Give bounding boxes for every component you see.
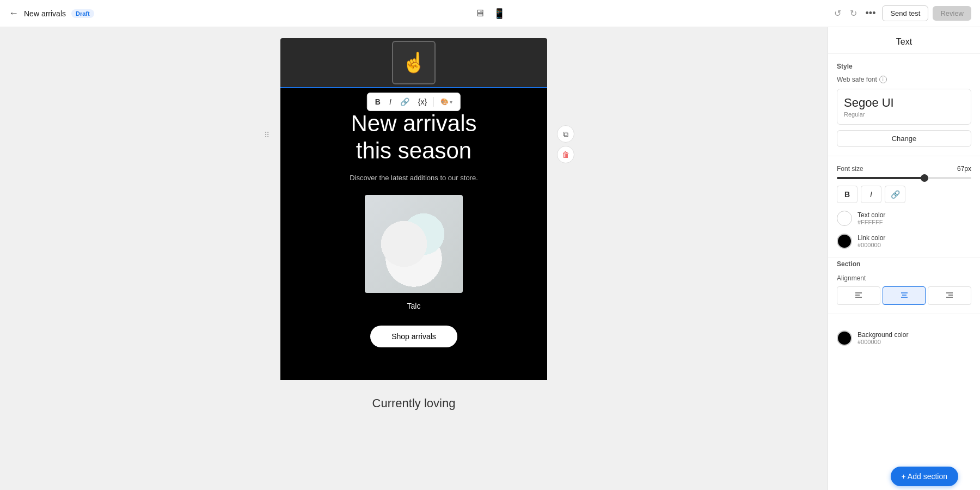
color-format-dropdown[interactable]: 🎨 ▾ <box>437 96 456 108</box>
text-color-info: Text color #FFFFFF <box>857 211 885 225</box>
font-size-value: 67px <box>957 165 971 173</box>
align-left-button[interactable] <box>837 286 880 305</box>
link-format-button[interactable]: 🔗 <box>397 95 413 108</box>
topbar-left: ← New arrivals Draft <box>9 8 466 19</box>
text-color-label: Text color <box>857 211 885 219</box>
section-controls: ⧉ 🗑 <box>557 125 574 163</box>
product-name: Talc <box>297 302 531 310</box>
font-size-label: Font size <box>837 165 863 173</box>
link-color-info: Link color #000000 <box>857 234 885 248</box>
slider-thumb[interactable] <box>921 174 928 182</box>
web-safe-label: Web safe font i <box>837 76 971 83</box>
bg-color-label: Background color <box>857 331 908 339</box>
bg-color-section: Background color #000000 <box>828 314 980 354</box>
back-icon[interactable]: ← <box>9 8 19 19</box>
main-layout: ☝️ B I 🔗 {x} 🎨 ▾ ⠿ ⧉ 🗑 <box>0 27 980 490</box>
email-headline[interactable]: New arrivals this season <box>297 110 531 165</box>
text-format-row: B I 🔗 <box>837 186 971 203</box>
email-header-image: ☝️ <box>280 38 547 87</box>
font-size-label-row: Font size 67px <box>837 165 971 173</box>
style-section-title: Style <box>837 63 971 70</box>
variable-format-button[interactable]: {x} <box>415 95 430 108</box>
style-section: Style Web safe font i Segoe UI Regular C… <box>828 54 980 156</box>
draft-badge: Draft <box>71 9 94 18</box>
desktop-icon[interactable]: 🖥 <box>473 5 487 21</box>
review-button[interactable]: Review <box>933 6 971 21</box>
drag-handle[interactable]: ⠿ <box>264 131 270 139</box>
email-subtext[interactable]: Discover the latest additions to our sto… <box>297 174 531 182</box>
info-icon[interactable]: i <box>879 76 887 83</box>
shop-arrivals-button[interactable]: Shop arrivals <box>370 326 457 347</box>
align-center-button[interactable] <box>883 286 926 305</box>
topbar-right: ↺ ↻ ••• Send test Review <box>514 5 971 21</box>
text-color-row: Text color #FFFFFF <box>837 211 971 226</box>
format-toolbar: B I 🔗 {x} 🎨 ▾ <box>367 93 461 111</box>
format-divider <box>433 97 434 107</box>
panel-title: Text <box>828 27 980 54</box>
alignment-row <box>837 286 971 305</box>
slider-fill <box>837 177 924 179</box>
add-section-button[interactable]: + Add section <box>891 467 958 486</box>
change-font-button[interactable]: Change <box>837 130 971 147</box>
duplicate-section-button[interactable]: ⧉ <box>557 125 574 143</box>
font-display: Segoe UI Regular <box>837 89 971 125</box>
email-canvas: ☝️ B I 🔗 {x} 🎨 ▾ ⠿ ⧉ 🗑 <box>280 38 547 421</box>
alignment-section: Section Alignment <box>828 258 980 314</box>
link-color-label: Link color <box>857 234 885 242</box>
product-image-inner <box>365 195 463 293</box>
italic-format-button[interactable]: I <box>386 95 395 108</box>
below-canvas: Currently loving <box>280 385 547 421</box>
send-test-button[interactable]: Send test <box>882 5 928 21</box>
text-color-hex: #FFFFFF <box>857 219 885 225</box>
link-button[interactable]: 🔗 <box>885 186 905 203</box>
bg-color-info: Background color #000000 <box>857 331 908 345</box>
bg-color-row: Background color #000000 <box>837 330 971 346</box>
right-panel: Text Style Web safe font i Segoe UI Regu… <box>828 27 980 490</box>
doc-title: New arrivals <box>24 9 66 18</box>
italic-button[interactable]: I <box>861 186 881 203</box>
hand-icon: ☝️ <box>402 51 426 74</box>
link-color-row: Link color #000000 <box>837 234 971 249</box>
undo-button[interactable]: ↺ <box>832 6 843 21</box>
product-image[interactable] <box>365 195 463 293</box>
bg-color-swatch[interactable] <box>837 330 852 346</box>
bold-button[interactable]: B <box>837 186 857 203</box>
alignment-label: Alignment <box>837 272 971 282</box>
font-size-slider-track[interactable] <box>837 177 971 179</box>
link-color-hex: #000000 <box>857 242 885 248</box>
font-style: Regular <box>844 111 964 118</box>
text-color-swatch[interactable] <box>837 211 852 226</box>
font-name: Segoe UI <box>844 96 964 110</box>
topbar-center: 🖥 📱 <box>473 5 507 22</box>
redo-button[interactable]: ↻ <box>848 6 859 21</box>
section-label: Section <box>837 258 971 268</box>
email-block: New arrivals this season Discover the la… <box>280 87 547 380</box>
bold-format-button[interactable]: B <box>372 95 384 108</box>
canvas-area: ☝️ B I 🔗 {x} 🎨 ▾ ⠿ ⧉ 🗑 <box>0 27 828 490</box>
currently-loving-text: Currently loving <box>280 385 547 421</box>
font-size-section: Font size 67px B I 🔗 Text color #FFFFFF <box>828 156 980 258</box>
bg-color-hex: #000000 <box>857 339 908 345</box>
delete-section-button[interactable]: 🗑 <box>557 146 574 163</box>
mobile-icon[interactable]: 📱 <box>491 5 507 22</box>
align-right-button[interactable] <box>928 286 971 305</box>
more-button[interactable]: ••• <box>863 5 878 21</box>
link-color-swatch[interactable] <box>837 234 852 249</box>
hand-icon-box: ☝️ <box>392 41 436 84</box>
topbar: ← New arrivals Draft 🖥 📱 ↺ ↻ ••• Send te… <box>0 0 980 27</box>
